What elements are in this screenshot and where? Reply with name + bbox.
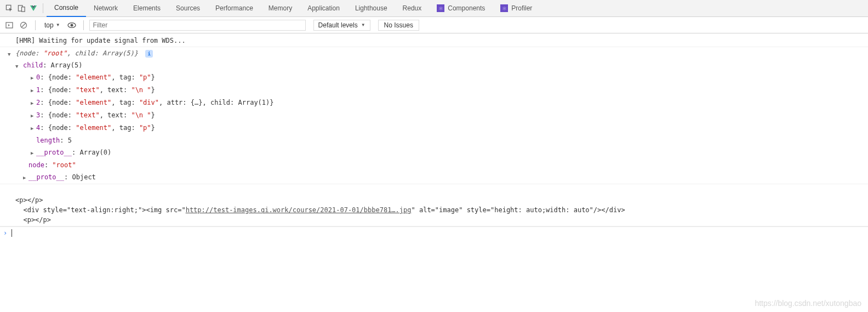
tab-profiler[interactable]: ⚛ Profiler	[493, 0, 540, 17]
tab-label: Profiler	[511, 4, 532, 12]
log-text: " alt="image" style="height: auto;width:…	[411, 206, 625, 214]
tab-label: Elements	[133, 4, 161, 12]
caret-right-icon[interactable]: ▶	[31, 86, 36, 95]
object-property: length: 5	[0, 134, 868, 146]
device-toggle-icon[interactable]	[15, 2, 27, 14]
log-line[interactable]: <p></p> <div style="text-align:right;"><…	[0, 184, 868, 226]
log-text: [HMR] Waiting for update signal from WDS…	[15, 37, 186, 44]
devtools-tabbar: Console Network Elements Sources Perform…	[0, 0, 868, 17]
svg-rect-2	[21, 7, 25, 11]
react-icon: ⚛	[500, 4, 508, 12]
tab-label: Lighthouse	[355, 4, 387, 12]
tab-components[interactable]: ⚛ Components	[429, 0, 493, 17]
log-levels-select[interactable]: Default levels ▼	[313, 20, 370, 31]
console-toolbar: top ▼ Default levels ▼ No Issues	[0, 17, 868, 33]
live-expression-icon[interactable]	[66, 19, 78, 31]
tab-label: Memory	[269, 4, 292, 12]
tab-console[interactable]: Console	[47, 0, 86, 17]
prop-name: node	[28, 161, 44, 169]
separator	[35, 20, 36, 30]
clear-console-icon[interactable]	[18, 19, 30, 31]
tab-label: Application	[307, 4, 340, 12]
prop-value: : 5	[60, 137, 72, 144]
prop-value: : Array(5)	[43, 61, 82, 69]
prompt-icon: ›	[3, 229, 7, 237]
tab-sources[interactable]: Sources	[168, 0, 208, 17]
vue-devtools-icon[interactable]	[27, 2, 39, 14]
tab-redux[interactable]: Redux	[395, 0, 430, 17]
react-icon: ⚛	[437, 4, 444, 12]
tab-memory[interactable]: Memory	[261, 0, 300, 17]
log-object[interactable]: ▼ {node: "root", child: Array(5)} i	[0, 47, 868, 59]
svg-line-5	[21, 23, 26, 27]
context-selector[interactable]: top ▼	[41, 20, 64, 31]
console-output: [HMR] Waiting for update signal from WDS…	[0, 33, 868, 239]
array-item[interactable]: ▶2: {node: "element", tag: "div", attr: …	[0, 97, 868, 109]
caret-down-icon[interactable]: ▼	[8, 49, 10, 59]
prop-sep: :	[44, 161, 52, 169]
prop-value: : Array(0)	[72, 149, 111, 156]
filter-input[interactable]	[89, 20, 306, 31]
chevron-down-icon: ▼	[56, 22, 60, 27]
chevron-down-icon: ▼	[361, 22, 366, 27]
object-summary: {node: "root", child: Array(5)}	[15, 49, 142, 57]
url-link[interactable]: http://test-images.qi.work/course/2021-0…	[186, 206, 412, 214]
tab-label: Redux	[403, 4, 422, 12]
log-levels-label: Default levels	[318, 21, 358, 29]
object-property[interactable]: ▶__proto__: Array(0)	[0, 146, 868, 159]
prop-name: __proto__	[28, 173, 64, 181]
tab-label: Network	[94, 4, 118, 12]
array-item[interactable]: ▶4: {node: "element", tag: "p"}	[0, 122, 868, 134]
console-prompt[interactable]: ›	[0, 226, 868, 239]
tab-lighthouse[interactable]: Lighthouse	[347, 0, 395, 17]
tab-label: Console	[54, 4, 78, 12]
sidebar-toggle-icon[interactable]	[3, 19, 15, 31]
separator	[43, 3, 43, 13]
caret-right-icon[interactable]: ▶	[31, 98, 36, 108]
log-text: <div style="text-align:right;"><img src=…	[15, 206, 186, 214]
caret-right-icon[interactable]: ▶	[31, 148, 36, 158]
prop-name: child	[23, 61, 43, 69]
tab-label: Performance	[215, 4, 253, 12]
array-item[interactable]: ▶3: {node: "text", text: "\n "}	[0, 109, 868, 122]
caret-right-icon[interactable]: ▶	[31, 111, 36, 121]
array-item[interactable]: ▶0: {node: "element", tag: "p"}	[0, 71, 868, 84]
prop-name: length	[36, 137, 60, 144]
log-line[interactable]: [HMR] Waiting for update signal from WDS…	[0, 35, 868, 47]
inspect-icon[interactable]	[3, 2, 15, 14]
object-property[interactable]: ▼ child: Array(5)	[0, 59, 868, 71]
caret-right-icon[interactable]: ▶	[23, 173, 28, 183]
text-cursor	[12, 229, 12, 237]
separator	[83, 20, 84, 30]
object-property[interactable]: ▶__proto__: Object	[0, 171, 868, 184]
caret-right-icon[interactable]: ▶	[31, 123, 36, 133]
array-item[interactable]: ▶1: {node: "text", text: "\n "}	[0, 84, 868, 97]
no-issues-button[interactable]: No Issues	[378, 20, 419, 31]
tab-network[interactable]: Network	[86, 0, 125, 17]
caret-right-icon[interactable]: ▶	[31, 73, 36, 83]
tab-elements[interactable]: Elements	[125, 0, 168, 17]
tab-performance[interactable]: Performance	[208, 0, 261, 17]
svg-point-7	[70, 24, 73, 26]
log-text: <p></p>	[15, 196, 43, 204]
log-text: <p></p>	[15, 216, 51, 224]
context-label: top	[44, 21, 54, 29]
prop-value: "root"	[52, 161, 76, 169]
tab-label: Components	[448, 4, 485, 12]
tab-application[interactable]: Application	[300, 0, 347, 17]
info-icon[interactable]: i	[145, 50, 153, 58]
object-property: node: "root"	[0, 159, 868, 171]
caret-down-icon[interactable]: ▼	[15, 61, 18, 71]
tab-label: Sources	[176, 4, 200, 12]
prop-value: : Object	[64, 173, 96, 181]
no-issues-label: No Issues	[384, 21, 413, 29]
prop-name: __proto__	[36, 149, 72, 156]
